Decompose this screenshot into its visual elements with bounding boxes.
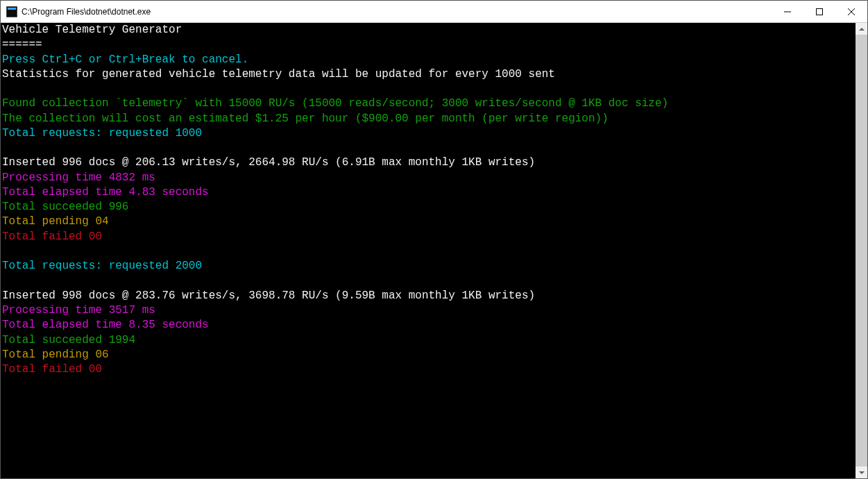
header-divider: ====== bbox=[2, 38, 42, 51]
cancel-hint: Press Ctrl+C or Ctrl+Break to cancel. bbox=[2, 53, 248, 66]
total-requests-line: Total requests: requested 1000 bbox=[2, 127, 202, 140]
total-requests-line: Total requests: requested 2000 bbox=[2, 260, 202, 272]
svg-marker-6 bbox=[859, 28, 865, 31]
elapsed-time-line: Total elapsed time 4.83 seconds bbox=[2, 186, 209, 199]
stats-hint: Statistics for generated vehicle telemet… bbox=[2, 68, 555, 81]
vertical-scrollbar[interactable] bbox=[856, 23, 867, 478]
scroll-up-arrow[interactable] bbox=[856, 23, 867, 35]
inserted-line: Inserted 996 docs @ 206.13 writes/s, 266… bbox=[2, 156, 535, 169]
pending-line: Total pending 04 bbox=[2, 215, 109, 228]
svg-rect-3 bbox=[817, 8, 823, 15]
pending-line: Total pending 06 bbox=[2, 348, 109, 361]
elapsed-time-line: Total elapsed time 8.35 seconds bbox=[2, 319, 209, 331]
titlebar: C:\Program Files\dotnet\dotnet.exe bbox=[1, 1, 867, 23]
succeeded-line: Total succeeded 996 bbox=[2, 201, 128, 213]
succeeded-line: Total succeeded 1994 bbox=[2, 334, 135, 346]
processing-time-line: Processing time 4832 ms bbox=[2, 171, 155, 184]
scroll-down-arrow[interactable] bbox=[856, 467, 867, 478]
scroll-thumb[interactable] bbox=[856, 35, 867, 467]
close-button[interactable] bbox=[835, 1, 867, 23]
app-icon bbox=[6, 6, 17, 17]
console-output[interactable]: Vehicle Telemetry Generator ====== Press… bbox=[1, 23, 856, 478]
failed-line: Total failed 00 bbox=[2, 230, 102, 243]
minimize-button[interactable] bbox=[772, 1, 803, 23]
window-title: C:\Program Files\dotnet\dotnet.exe bbox=[22, 7, 772, 17]
scroll-track[interactable] bbox=[856, 35, 867, 467]
console-wrapper: Vehicle Telemetry Generator ====== Press… bbox=[1, 23, 867, 478]
header-title: Vehicle Telemetry Generator bbox=[2, 24, 182, 36]
svg-rect-1 bbox=[8, 8, 16, 10]
window-controls bbox=[772, 1, 867, 23]
maximize-button[interactable] bbox=[803, 1, 835, 23]
processing-time-line: Processing time 3517 ms bbox=[2, 304, 155, 317]
collection-cost-line: The collection will cost an estimated $1… bbox=[2, 112, 609, 125]
collection-found-line: Found collection `telemetry` with 15000 … bbox=[2, 97, 668, 110]
failed-line: Total failed 00 bbox=[2, 363, 102, 376]
inserted-line: Inserted 998 docs @ 283.76 writes/s, 369… bbox=[2, 289, 535, 302]
svg-marker-7 bbox=[859, 471, 865, 474]
